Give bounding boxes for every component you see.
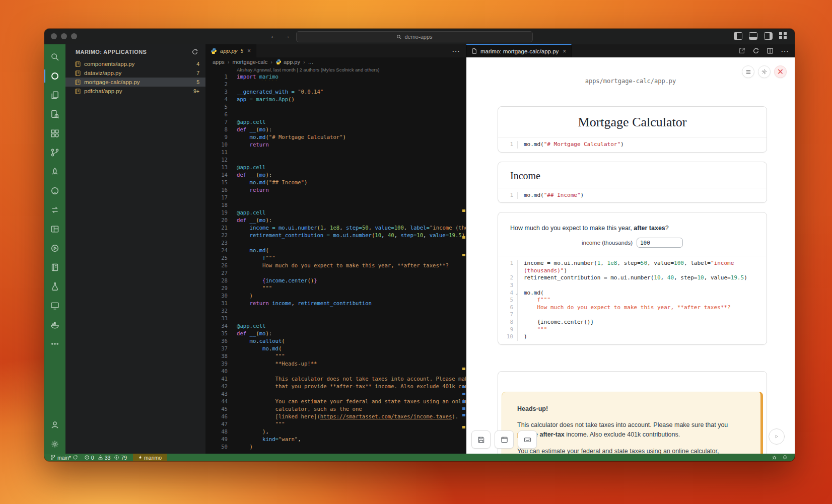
activity-layout[interactable] (44, 220, 65, 239)
tab-bar: app.py 5 × ⋯ (205, 44, 466, 57)
sidebar: MARIMO: APPLICATIONS components/app.py4d… (65, 44, 205, 454)
code-line: 10) (498, 333, 760, 341)
activity-file-search[interactable] (44, 105, 65, 124)
nav-forward-icon[interactable]: → (284, 32, 290, 40)
marimo-status[interactable]: marimo (133, 454, 167, 461)
activity-pages[interactable] (44, 86, 65, 105)
income-number-input[interactable] (637, 238, 683, 248)
activity-search[interactable] (44, 47, 65, 66)
minimize-window-button[interactable] (61, 33, 67, 39)
breadcrumb-item[interactable]: mortgage-calc (233, 59, 268, 65)
more-actions-icon[interactable]: ⋯ (452, 46, 460, 56)
sync-icon (73, 455, 78, 460)
breadcrumb[interactable]: apps›mortgage-calc›app.py›… (205, 57, 466, 66)
window-button[interactable] (495, 430, 514, 449)
zoom-window-button[interactable] (71, 33, 77, 39)
code-line: 13@app.cell (205, 164, 466, 171)
split-editor-icon[interactable] (767, 47, 774, 54)
activity-settings-gear[interactable] (44, 435, 65, 454)
sidebar-item-pdfchat[interactable]: pdfchat/app.py9+ (65, 87, 205, 96)
file-label: pdfchat/app.py (84, 88, 190, 94)
debug-icon[interactable] (772, 455, 777, 460)
github-icon (50, 186, 59, 195)
activity-github[interactable] (44, 181, 65, 200)
marimo-icon (50, 71, 59, 81)
menu-button[interactable] (742, 65, 754, 78)
code-editor[interactable]: Akshay Agrawal, last month | 2 authors (… (205, 66, 466, 454)
problems-status[interactable]: 0 33 79 (81, 454, 130, 461)
tab-marimo-preview[interactable]: marimo: mortgage-calc/app.py × (466, 44, 572, 57)
more-actions-icon[interactable]: ⋯ (781, 46, 789, 56)
status-bar: main* 0 33 79 marimo (44, 454, 795, 461)
cell-code[interactable]: 1income = mo.ui.number(1, 1e8, step=50, … (498, 256, 767, 344)
close-window-button[interactable] (51, 33, 57, 39)
refresh-icon[interactable] (191, 48, 198, 55)
question-text: How much do you expect to make this year… (498, 212, 767, 232)
problems-badge: 9+ (193, 88, 199, 94)
run-button[interactable] (769, 428, 785, 445)
codelens-blame[interactable]: Akshay Agrawal, last month | 2 authors (… (205, 66, 466, 73)
activity-devices[interactable] (44, 296, 65, 315)
breadcrumb-item[interactable]: app.py (275, 59, 300, 65)
close-app-button[interactable]: ✕ (774, 65, 787, 78)
command-center-search[interactable]: demo-apps (296, 31, 533, 42)
code-line: 9 mo.md("# Mortgage Calculator") (205, 133, 466, 141)
branch-status[interactable]: main* (44, 454, 81, 461)
cell-code[interactable]: 1mo.md("## Income") (498, 188, 767, 203)
nav-back-icon[interactable]: ← (270, 32, 276, 40)
keyboard-button[interactable] (518, 430, 537, 449)
bell-icon[interactable] (782, 455, 788, 460)
code-line: 2retirement_contribution = mo.ui.number(… (498, 274, 760, 282)
code-line: 25 f""" (205, 254, 466, 262)
open-external-icon[interactable] (738, 47, 745, 54)
activity-compare-arrows[interactable] (44, 200, 65, 220)
activity-git-branch[interactable] (44, 143, 65, 162)
code-line: 16 return (205, 186, 466, 194)
cell-income: Income 1mo.md("## Income") (498, 162, 767, 203)
sidebar-item-components[interactable]: components/app.py4 (65, 59, 205, 68)
sidebar-item-mortgage-calc[interactable]: mortgage-calc/app.py5 (65, 78, 205, 87)
cell-code[interactable]: 1mo.md("# Mortgage Calculator") (498, 137, 767, 152)
activity-beaker[interactable] (44, 277, 65, 296)
sidebar-item-dataviz[interactable]: dataviz/app.py7 (65, 68, 205, 78)
callout-paragraph: This calculator does not take taxes into… (517, 420, 734, 440)
code-line: 26 How much do you expect to make this y… (205, 262, 466, 269)
toggle-secondary-sidebar-icon[interactable] (764, 32, 773, 40)
close-tab-icon[interactable]: × (247, 47, 251, 54)
breadcrumb-item[interactable]: … (308, 59, 314, 65)
tab-app-py[interactable]: app.py 5 × (205, 44, 256, 57)
code-line: 47 """ (205, 420, 466, 428)
activity-rocket[interactable] (44, 162, 65, 181)
code-line: 8 {income.center()} (498, 319, 760, 326)
code-line: 10 return (205, 141, 466, 149)
activity-blocks[interactable] (44, 124, 65, 143)
code-line: 2 (205, 81, 466, 88)
callout-paragraph: You can estimate your federal and state … (517, 447, 734, 454)
toggle-primary-sidebar-icon[interactable] (734, 32, 742, 40)
python-icon (211, 48, 217, 54)
errors-icon (84, 455, 90, 460)
code-line: 28 {income.center()} (205, 277, 466, 284)
code-line: 4app = marimo.App() (205, 96, 466, 103)
income-input-label: income (thousands) (582, 240, 633, 246)
refresh-icon[interactable] (752, 47, 759, 54)
breadcrumb-separator: › (270, 59, 272, 65)
activity-more[interactable] (44, 334, 65, 353)
code-line: 8def __(mo): (205, 126, 466, 133)
save-button[interactable] (471, 430, 491, 449)
toggle-panel-icon[interactable] (749, 32, 757, 40)
customize-layout-icon[interactable] (779, 32, 787, 39)
close-tab-icon[interactable]: × (563, 48, 566, 55)
code-line: 49 kind="warn", (205, 436, 466, 443)
activity-account[interactable] (44, 415, 65, 435)
activity-marimo[interactable] (44, 66, 65, 86)
code-line: 38 """ (205, 352, 466, 360)
activity-docker[interactable] (44, 315, 65, 334)
callout-title: Heads-up! (517, 405, 743, 412)
activity-notebook[interactable] (44, 258, 65, 277)
code-line: 1import marimo (205, 73, 466, 81)
breadcrumb-item[interactable]: apps (213, 59, 225, 65)
notebook-icon (50, 263, 59, 272)
settings-gear-button[interactable] (758, 65, 771, 78)
activity-play-circle[interactable] (44, 239, 65, 258)
